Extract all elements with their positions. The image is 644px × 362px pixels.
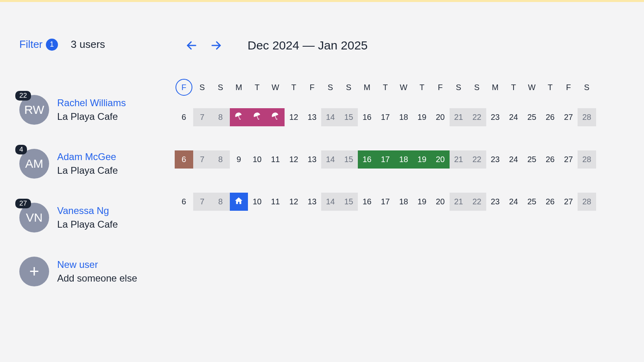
schedule-cell[interactable]: 12 xyxy=(285,150,303,169)
day-header: T xyxy=(541,83,559,92)
schedule-cell[interactable] xyxy=(248,108,266,126)
schedule-cell[interactable]: 28 xyxy=(578,150,596,169)
schedule-cell[interactable]: 7 xyxy=(193,108,212,126)
arrow-left-icon xyxy=(186,39,198,51)
day-header: F xyxy=(431,83,450,92)
schedule-cell[interactable]: 25 xyxy=(523,108,541,126)
schedule-cell[interactable]: 10 xyxy=(248,150,266,169)
home-icon xyxy=(234,196,243,207)
day-header: M xyxy=(230,83,248,92)
schedule-cell[interactable]: 23 xyxy=(486,108,505,126)
schedule-cell[interactable]: 27 xyxy=(559,193,578,211)
schedule-cell[interactable]: 28 xyxy=(578,108,596,126)
schedule-cell[interactable]: 16 xyxy=(358,150,376,169)
schedule-cell[interactable]: 20 xyxy=(431,108,450,126)
schedule-cell[interactable]: 13 xyxy=(303,193,322,211)
schedule-cell[interactable]: 8 xyxy=(211,193,230,211)
day-header: T xyxy=(504,83,523,92)
schedule-cell[interactable]: 25 xyxy=(523,193,541,211)
day-header: F xyxy=(303,83,322,92)
schedule-cell[interactable]: 18 xyxy=(394,193,413,211)
schedule-cell[interactable]: 19 xyxy=(413,193,431,211)
schedule-cell[interactable]: 20 xyxy=(431,150,450,169)
schedule-cell[interactable]: 16 xyxy=(358,108,376,126)
day-header: T xyxy=(413,83,431,92)
schedule-cell[interactable]: 11 xyxy=(266,150,285,169)
day-header: F xyxy=(559,83,578,92)
schedule-cell[interactable]: 18 xyxy=(394,108,413,126)
umbrella-icon xyxy=(271,112,280,123)
schedule-cell[interactable]: 27 xyxy=(559,150,578,169)
schedule-cell[interactable]: 14 xyxy=(321,108,340,126)
schedule-cell[interactable]: 22 xyxy=(468,193,486,211)
prev-button[interactable] xyxy=(184,38,199,53)
schedule-cell[interactable]: 24 xyxy=(504,150,523,169)
schedule-cell[interactable]: 21 xyxy=(450,193,468,211)
schedule-cell[interactable]: 24 xyxy=(504,193,523,211)
schedule-cell[interactable]: 26 xyxy=(541,193,559,211)
schedule-cell[interactable]: 6 xyxy=(175,108,193,126)
schedule-cell[interactable]: 8 xyxy=(211,108,230,126)
day-header: W xyxy=(523,83,541,92)
schedule-cell[interactable]: 7 xyxy=(193,150,212,169)
schedule-cell[interactable]: 10 xyxy=(248,193,266,211)
schedule-cell[interactable] xyxy=(230,193,248,211)
avatar-badge: 27 xyxy=(15,199,31,208)
schedule-cell[interactable]: 28 xyxy=(578,193,596,211)
date-range-label: Dec 2024 — Jan 2025 xyxy=(248,39,368,52)
schedule-cell[interactable]: 12 xyxy=(285,193,303,211)
schedule-cell[interactable]: 14 xyxy=(321,150,340,169)
schedule-cell[interactable]: 23 xyxy=(486,150,505,169)
schedule-row: 6781213141516171819202122232425262728 xyxy=(174,108,644,126)
user-sub: La Playa Cafe xyxy=(57,111,126,122)
schedule-cell[interactable]: 22 xyxy=(468,108,486,126)
schedule-cell[interactable]: 25 xyxy=(523,150,541,169)
add-user-row[interactable]: + New user Add someone else xyxy=(19,257,174,286)
filter-count-badge: 1 xyxy=(46,39,58,51)
schedule-cell[interactable]: 19 xyxy=(413,108,431,126)
schedule-cell[interactable]: 17 xyxy=(376,108,395,126)
schedule-cell[interactable]: 15 xyxy=(340,108,358,126)
schedule-cell[interactable]: 17 xyxy=(376,150,395,169)
schedule-cell[interactable]: 21 xyxy=(450,150,468,169)
schedule-cell[interactable]: 6 xyxy=(175,150,193,169)
filter-button[interactable]: Filter xyxy=(19,38,43,51)
schedule-cell[interactable]: 19 xyxy=(413,150,431,169)
user-name: Adam McGee xyxy=(57,151,118,162)
plus-icon: + xyxy=(29,262,39,281)
schedule-cell[interactable]: 16 xyxy=(358,193,376,211)
schedule-cell[interactable]: 23 xyxy=(486,193,505,211)
schedule-cell[interactable]: 21 xyxy=(450,108,468,126)
schedule-cell[interactable]: 20 xyxy=(431,193,450,211)
schedule-cell[interactable]: 13 xyxy=(303,108,322,126)
schedule-cell[interactable] xyxy=(230,108,248,126)
schedule-cell[interactable]: 26 xyxy=(541,108,559,126)
schedule-cell[interactable]: 24 xyxy=(504,108,523,126)
schedule-cell[interactable]: 14 xyxy=(321,193,340,211)
schedule-cell[interactable]: 15 xyxy=(340,193,358,211)
avatar: 4AM xyxy=(19,149,49,179)
user-row[interactable]: 27VNVanessa NgLa Playa Cafe xyxy=(19,203,174,232)
schedule-cell[interactable]: 15 xyxy=(340,150,358,169)
schedule-cell[interactable] xyxy=(266,108,285,126)
schedule-cell[interactable]: 27 xyxy=(559,108,578,126)
schedule-cell[interactable]: 17 xyxy=(376,193,395,211)
next-button[interactable] xyxy=(209,38,223,53)
avatar: 27VN xyxy=(19,203,49,232)
add-user-sub: Add someone else xyxy=(57,273,137,284)
users-count-label: 3 users xyxy=(71,38,105,51)
schedule-cell[interactable]: 11 xyxy=(266,193,285,211)
schedule-cell[interactable]: 8 xyxy=(211,150,230,169)
schedule-cell[interactable]: 18 xyxy=(394,150,413,169)
avatar-badge: 4 xyxy=(15,145,27,154)
schedule-cell[interactable]: 12 xyxy=(285,108,303,126)
schedule-cell[interactable]: 13 xyxy=(303,150,322,169)
schedule-cell[interactable]: 22 xyxy=(468,150,486,169)
schedule-cell[interactable]: 7 xyxy=(193,193,212,211)
user-row[interactable]: 22RWRachel WilliamsLa Playa Cafe xyxy=(19,95,174,125)
schedule-cell[interactable]: 9 xyxy=(230,150,248,169)
user-row[interactable]: 4AMAdam McGeeLa Playa Cafe xyxy=(19,149,174,179)
schedule-cell[interactable]: 26 xyxy=(541,150,559,169)
schedule-cell[interactable]: 6 xyxy=(175,193,193,211)
day-header: W xyxy=(266,83,285,92)
